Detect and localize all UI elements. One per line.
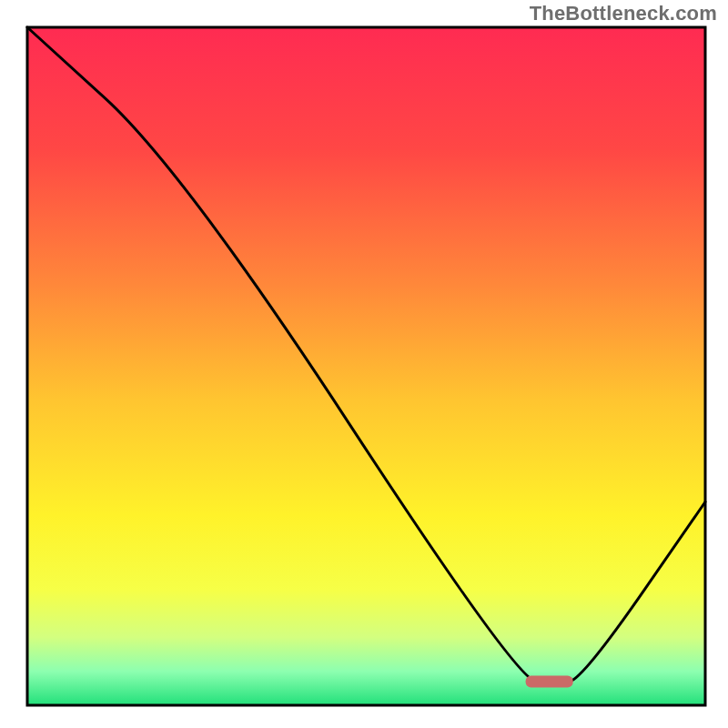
- plot-background: [27, 27, 705, 705]
- chart-container: { "watermark": "TheBottleneck.com", "cha…: [0, 0, 728, 728]
- optimal-marker: [526, 675, 573, 687]
- chart-svg: [0, 0, 728, 728]
